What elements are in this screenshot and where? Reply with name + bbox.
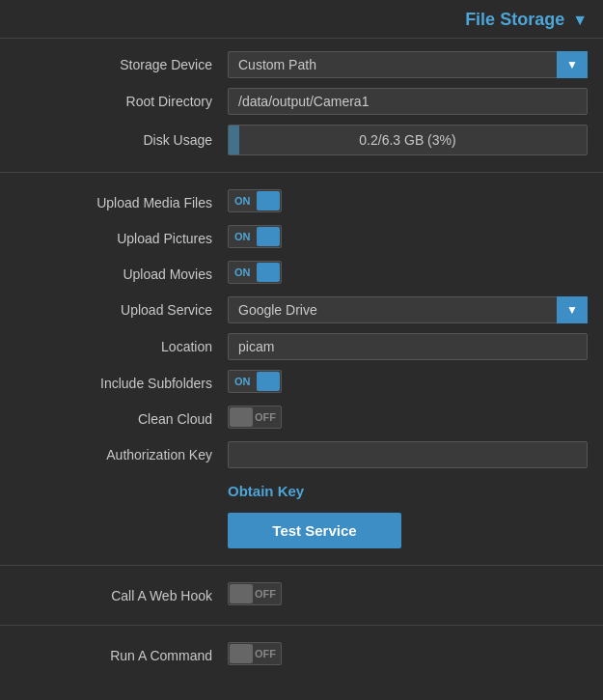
upload-movies-control: ON bbox=[228, 261, 588, 287]
subfolders-label: Include Subfolders bbox=[15, 376, 228, 391]
root-directory-input[interactable] bbox=[228, 88, 588, 115]
test-service-button[interactable]: Test Service bbox=[228, 513, 401, 548]
clean-cloud-label: Clean Cloud bbox=[15, 411, 228, 427]
upload-service-select[interactable]: Google Drive Dropbox FTP S3 bbox=[228, 296, 588, 323]
webhook-row: Call A Web Hook OFF bbox=[0, 577, 603, 613]
toggle-knob bbox=[257, 263, 280, 282]
toggle-knob bbox=[230, 407, 253, 427]
upload-media-label: Upload Media Files bbox=[15, 195, 228, 210]
toggle-knob bbox=[230, 584, 253, 603]
disk-usage-text: 0.2/6.3 GB (3%) bbox=[229, 126, 587, 154]
root-directory-row: Root Directory bbox=[0, 83, 603, 120]
location-label: Location bbox=[15, 339, 228, 354]
toggle-on-text: ON bbox=[234, 195, 251, 207]
storage-device-row: Storage Device Custom Path SD Card USB D… bbox=[0, 46, 603, 83]
upload-service-select-wrapper: Google Drive Dropbox FTP S3 bbox=[228, 296, 588, 323]
toggle-on-text: ON bbox=[234, 266, 251, 278]
location-input[interactable] bbox=[228, 333, 588, 360]
toggle-knob bbox=[257, 227, 280, 246]
subfolders-toggle[interactable]: ON bbox=[228, 370, 282, 393]
toggle-off-text: OFF bbox=[255, 411, 276, 423]
webhook-label: Call A Web Hook bbox=[15, 588, 228, 603]
storage-device-select-wrapper: Custom Path SD Card USB Drive bbox=[228, 51, 588, 78]
upload-service-control: Google Drive Dropbox FTP S3 bbox=[228, 296, 588, 323]
subfolders-row: Include Subfolders ON bbox=[0, 365, 603, 401]
test-service-control: Test Service bbox=[228, 513, 588, 548]
obtain-key-link[interactable]: Obtain Key bbox=[228, 483, 304, 499]
upload-pictures-row: Upload Pictures ON bbox=[0, 220, 603, 256]
upload-pictures-control: ON bbox=[228, 225, 588, 251]
command-row: Run A Command OFF bbox=[0, 637, 603, 673]
upload-section: Upload Media Files ON Upload Pictures ON… bbox=[0, 177, 603, 561]
toggle-off-text: OFF bbox=[255, 648, 276, 659]
root-directory-control bbox=[228, 88, 588, 115]
upload-movies-row: Upload Movies ON bbox=[0, 256, 603, 292]
clean-cloud-toggle[interactable]: OFF bbox=[228, 406, 282, 429]
command-control: OFF bbox=[228, 642, 588, 668]
webhook-section: Call A Web Hook OFF bbox=[0, 570, 603, 621]
clean-cloud-control: OFF bbox=[228, 406, 588, 432]
upload-media-row: Upload Media Files ON bbox=[0, 184, 603, 220]
disk-usage-control: 0.2/6.3 GB (3%) bbox=[228, 125, 588, 155]
auth-key-label: Authorization Key bbox=[15, 447, 228, 462]
auth-key-input[interactable] bbox=[228, 441, 588, 468]
upload-movies-toggle[interactable]: ON bbox=[228, 261, 282, 284]
obtain-key-row: Obtain Key bbox=[0, 473, 603, 508]
obtain-key-control: Obtain Key bbox=[228, 483, 588, 499]
storage-device-select[interactable]: Custom Path SD Card USB Drive bbox=[228, 51, 588, 78]
webhook-control: OFF bbox=[228, 582, 588, 608]
clean-cloud-row: Clean Cloud OFF bbox=[0, 401, 603, 436]
test-service-row: Test Service bbox=[0, 508, 603, 553]
storage-section: Storage Device Custom Path SD Card USB D… bbox=[0, 39, 603, 168]
disk-usage-row: Disk Usage 0.2/6.3 GB (3%) bbox=[0, 120, 603, 160]
disk-usage-label: Disk Usage bbox=[15, 132, 228, 148]
toggle-on-text: ON bbox=[234, 231, 251, 242]
root-directory-label: Root Directory bbox=[15, 94, 228, 109]
command-label: Run A Command bbox=[15, 648, 228, 663]
chevron-down-icon[interactable]: ▼ bbox=[572, 12, 588, 29]
upload-service-label: Upload Service bbox=[15, 302, 228, 318]
upload-media-control: ON bbox=[228, 189, 588, 215]
section-divider-1 bbox=[0, 172, 603, 173]
toggle-on-text: ON bbox=[234, 376, 251, 387]
webhook-toggle[interactable]: OFF bbox=[228, 582, 282, 605]
toggle-knob bbox=[230, 644, 253, 663]
page-title: File Storage bbox=[465, 10, 564, 30]
storage-device-label: Storage Device bbox=[15, 57, 228, 72]
section-divider-2 bbox=[0, 565, 603, 566]
location-control bbox=[228, 333, 588, 360]
toggle-knob bbox=[257, 191, 280, 210]
upload-pictures-label: Upload Pictures bbox=[15, 231, 228, 246]
upload-movies-label: Upload Movies bbox=[15, 266, 228, 282]
location-row: Location bbox=[0, 328, 603, 365]
disk-usage-bar-container: 0.2/6.3 GB (3%) bbox=[228, 125, 588, 155]
storage-device-control: Custom Path SD Card USB Drive bbox=[228, 51, 588, 78]
section-divider-3 bbox=[0, 625, 603, 626]
command-toggle[interactable]: OFF bbox=[228, 642, 282, 665]
upload-media-toggle[interactable]: ON bbox=[228, 189, 282, 212]
upload-pictures-toggle[interactable]: ON bbox=[228, 225, 282, 248]
subfolders-control: ON bbox=[228, 370, 588, 396]
upload-service-row: Upload Service Google Drive Dropbox FTP … bbox=[0, 292, 603, 328]
header: File Storage ▼ bbox=[0, 0, 603, 39]
auth-key-row: Authorization Key bbox=[0, 436, 603, 473]
toggle-off-text: OFF bbox=[255, 588, 276, 600]
toggle-knob bbox=[257, 372, 280, 391]
auth-key-control bbox=[228, 441, 588, 468]
command-section: Run A Command OFF bbox=[0, 630, 603, 681]
app-container: File Storage ▼ Storage Device Custom Pat… bbox=[0, 0, 603, 700]
